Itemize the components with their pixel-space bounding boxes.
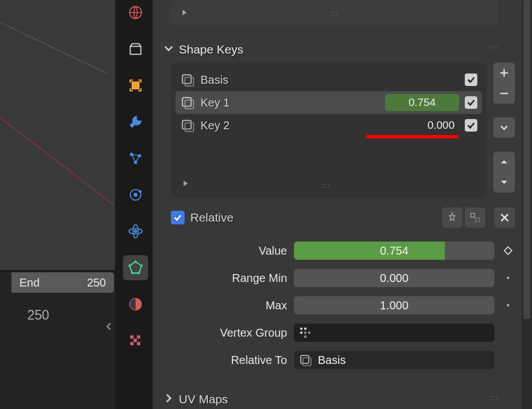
svg-rect-36 [304, 332, 306, 334]
vertex-group-icon [298, 326, 312, 340]
tab-modifiers[interactable] [123, 109, 148, 134]
properties-panel: ::: Shape Keys ::: Basis Key 1 0.754 [153, 0, 522, 409]
remove-shapekey-button[interactable] [493, 83, 515, 104]
end-frame-label: End [19, 276, 40, 289]
tab-object[interactable] [123, 73, 148, 98]
relative-checkbox[interactable] [171, 211, 185, 224]
collapse-sidebar-icon[interactable] [105, 321, 113, 333]
svg-rect-35 [300, 332, 302, 334]
range-min-field[interactable]: 0.000 [294, 269, 494, 287]
prop-row-relative-to: Relative To Basis [159, 349, 515, 371]
grip-icon[interactable]: ::: [322, 182, 331, 189]
tab-texture[interactable] [123, 328, 148, 353]
value-slider-text: 0.754 [380, 244, 408, 257]
prop-label-max: Max [159, 299, 287, 312]
shapekey-value-field[interactable]: 0.000 [374, 117, 459, 134]
svg-rect-22 [134, 339, 137, 342]
relative-row: Relative [159, 206, 515, 229]
prop-row-max: Max 1.000 • [159, 294, 515, 317]
value-slider[interactable]: 0.754 [294, 242, 494, 260]
range-max-text: 1.000 [380, 299, 408, 312]
shapekey-mute-checkbox[interactable] [465, 96, 477, 109]
scrollbar-thumb[interactable] [523, 0, 530, 319]
add-shapekey-button[interactable] [493, 63, 515, 83]
prop-row-range-min: Range Min 0.000 • [159, 267, 515, 289]
svg-rect-4 [132, 81, 140, 89]
svg-rect-34 [304, 328, 306, 330]
svg-rect-39 [301, 355, 309, 363]
annotation-underline [366, 135, 459, 138]
prop-row-vertex-group: Vertex Group [159, 321, 515, 344]
shapekey-specials-menu[interactable] [493, 117, 515, 138]
shapekey-mute-checkbox[interactable] [465, 73, 477, 86]
prop-label-range-min: Range Min [159, 272, 287, 285]
tab-constraints[interactable] [123, 219, 148, 244]
prop-row-value: Value 0.754 [159, 239, 515, 262]
shapekey-row-basis[interactable]: Basis [175, 68, 482, 91]
tab-world[interactable] [123, 0, 148, 25]
chevron-right-icon [164, 394, 173, 405]
svg-rect-31 [471, 214, 475, 218]
viewport-3d[interactable] [0, 0, 115, 270]
relative-to-dropdown[interactable]: Basis [294, 351, 494, 369]
previous-subpanel-footer: ::: [171, 0, 499, 25]
svg-line-1 [0, 91, 114, 205]
svg-rect-20 [130, 336, 134, 339]
svg-rect-25 [182, 75, 191, 83]
tab-material[interactable] [123, 292, 148, 317]
pin-button[interactable] [442, 207, 463, 228]
end-frame-field[interactable]: End 250 [11, 272, 114, 293]
tab-collection[interactable] [123, 36, 148, 62]
svg-point-15 [140, 264, 142, 267]
grip-icon[interactable]: ::: [490, 44, 499, 51]
svg-rect-37 [308, 332, 310, 334]
relative-label: Relative [190, 211, 440, 224]
prop-label-value: Value [159, 244, 287, 257]
svg-point-17 [131, 272, 133, 274]
shapekey-value-field[interactable]: 0.754 [385, 94, 459, 111]
play-icon[interactable] [181, 8, 188, 18]
properties-tab-column [118, 0, 153, 409]
shapekey-row-key2[interactable]: Key 2 0.000 [175, 114, 482, 137]
move-shapekey-up-button[interactable] [493, 152, 515, 172]
grip-icon[interactable]: ::: [330, 10, 339, 17]
vertex-group-field[interactable] [294, 324, 494, 342]
shapekey-icon [180, 118, 195, 133]
svg-rect-29 [182, 120, 191, 129]
prop-label-vertex-group: Vertex Group [159, 326, 287, 340]
shapekey-side-buttons [493, 63, 515, 197]
range-max-field[interactable]: 1.000 [294, 296, 494, 314]
svg-point-10 [139, 190, 142, 193]
scrollbar[interactable] [522, 0, 532, 409]
timeline-area: End 250 250 [0, 272, 115, 409]
range-min-text: 0.000 [380, 272, 408, 285]
grip-icon[interactable]: ::: [490, 394, 499, 401]
shapekey-icon [180, 72, 195, 87]
svg-rect-33 [300, 328, 302, 330]
animate-dot-icon[interactable]: • [501, 300, 515, 310]
delete-shapekey-button[interactable] [494, 207, 515, 228]
panel-header-shapekeys[interactable]: Shape Keys ::: [159, 36, 515, 63]
svg-point-9 [134, 193, 138, 197]
move-shapekey-down-button[interactable] [493, 172, 515, 193]
animate-dot-icon[interactable]: • [501, 273, 515, 283]
shapekey-mute-checkbox[interactable] [465, 119, 477, 132]
shapekey-row-key1[interactable]: Key 1 0.754 [175, 91, 482, 114]
tab-physics[interactable] [123, 182, 148, 207]
keyframe-diamond-icon[interactable] [501, 246, 515, 255]
tab-particles[interactable] [123, 146, 148, 171]
svg-point-13 [134, 230, 137, 233]
shapekey-edit-mode-button[interactable] [465, 207, 485, 228]
svg-line-0 [0, 11, 108, 74]
play-icon[interactable] [182, 179, 189, 189]
svg-rect-27 [182, 97, 191, 106]
tab-mesh-data[interactable] [123, 255, 148, 280]
svg-rect-30 [185, 123, 194, 132]
shapekey-list[interactable]: Basis Key 1 0.754 Key 2 0.000 [171, 63, 486, 197]
panel-title-uvmaps: UV Maps [179, 392, 228, 406]
svg-point-18 [128, 264, 130, 267]
shapekey-icon [180, 95, 195, 110]
svg-rect-21 [137, 336, 140, 339]
svg-point-14 [134, 260, 137, 263]
panel-header-uvmaps[interactable]: UV Maps ::: [159, 386, 515, 409]
